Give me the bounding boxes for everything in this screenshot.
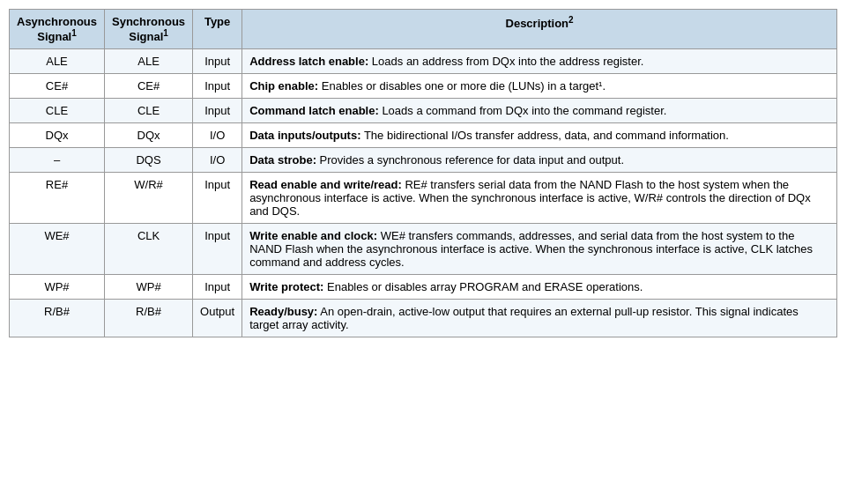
header-async-signal: AsynchronousSignal1 (10, 10, 105, 49)
table-row: DQxDQxI/OData inputs/outputs: The bidire… (10, 123, 837, 148)
cell-type: Input (193, 173, 242, 224)
desc-bold-term: Data strobe: (249, 153, 316, 167)
cell-description: Read enable and write/read: RE# transfer… (242, 173, 837, 224)
cell-description: Write protect: Enables or disables array… (242, 275, 837, 300)
table-row: R/B#R/B#OutputReady/busy: An open-drain,… (10, 300, 837, 337)
cell-sync-signal: W/R# (105, 173, 193, 224)
cell-description: Chip enable: Enables or disables one or … (242, 74, 837, 99)
cell-async-signal: ALE (10, 49, 105, 74)
cell-type: I/O (193, 123, 242, 148)
cell-async-signal: CE# (10, 74, 105, 99)
cell-type: Input (193, 99, 242, 123)
cell-description: Command latch enable: Loads a command fr… (242, 99, 837, 123)
cell-sync-signal: DQS (105, 148, 193, 173)
desc-rest-text: Loads an address from DQx into the addre… (368, 55, 643, 68)
desc-bold-term: Command latch enable: (249, 104, 379, 117)
cell-sync-signal: CLE (105, 99, 193, 123)
cell-async-signal: WP# (10, 275, 105, 300)
table-row: CLECLEInputCommand latch enable: Loads a… (10, 99, 837, 123)
cell-async-signal: – (10, 148, 105, 173)
table-row: ALEALEInputAddress latch enable: Loads a… (10, 49, 837, 74)
cell-sync-signal: ALE (105, 49, 193, 74)
desc-bold-term: Write protect: (249, 280, 323, 293)
cell-sync-signal: R/B# (105, 300, 193, 337)
header-type: Type (193, 10, 242, 49)
cell-description: Data strobe: Provides a synchronous refe… (242, 148, 837, 173)
desc-bold-term: Ready/busy: (249, 305, 317, 318)
cell-description: Ready/busy: An open-drain, active-low ou… (242, 300, 837, 337)
signal-table: AsynchronousSignal1 SynchronousSignal1 T… (9, 9, 837, 337)
header-description: Description2 (242, 10, 837, 49)
desc-rest-text: Provides a synchronous reference for dat… (316, 153, 624, 167)
cell-type: I/O (193, 148, 242, 173)
cell-description: Data inputs/outputs: The bidirectional I… (242, 123, 837, 148)
cell-async-signal: RE# (10, 173, 105, 224)
table-row: –DQSI/OData strobe: Provides a synchrono… (10, 148, 837, 173)
desc-bold-term: Data inputs/outputs: (249, 129, 360, 142)
cell-type: Input (193, 275, 242, 300)
desc-rest-text: Loads a command from DQx into the comman… (379, 104, 667, 117)
header-sync-signal: SynchronousSignal1 (105, 10, 193, 49)
cell-sync-signal: CLK (105, 224, 193, 275)
table-row: WP#WP#InputWrite protect: Enables or dis… (10, 275, 837, 300)
cell-sync-signal: CE# (105, 74, 193, 99)
cell-type: Input (193, 224, 242, 275)
cell-type: Output (193, 300, 242, 337)
desc-rest-text: Enables or disables array PROGRAM and ER… (323, 280, 643, 293)
cell-type: Input (193, 74, 242, 99)
cell-async-signal: WE# (10, 224, 105, 275)
desc-bold-term: Write enable and clock: (249, 229, 377, 242)
cell-async-signal: R/B# (10, 300, 105, 337)
desc-rest-text: The bidirectional I/Os transfer address,… (361, 129, 729, 142)
desc-bold-term: Read enable and write/read: (249, 178, 402, 191)
desc-bold-term: Address latch enable: (249, 55, 368, 68)
cell-async-signal: DQx (10, 123, 105, 148)
table-row: RE#W/R#InputRead enable and write/read: … (10, 173, 837, 224)
cell-async-signal: CLE (10, 99, 105, 123)
desc-bold-term: Chip enable: (249, 79, 318, 93)
table-row: WE#CLKInputWrite enable and clock: WE# t… (10, 224, 837, 275)
cell-sync-signal: DQx (105, 123, 193, 148)
cell-type: Input (193, 49, 242, 74)
desc-rest-text: An open-drain, active-low output that re… (249, 305, 799, 331)
desc-rest-text: Enables or disables one or more die (LUN… (318, 79, 606, 93)
cell-description: Address latch enable: Loads an address f… (242, 49, 837, 74)
cell-sync-signal: WP# (105, 275, 193, 300)
cell-description: Write enable and clock: WE# transfers co… (242, 224, 837, 275)
table-row: CE#CE#InputChip enable: Enables or disab… (10, 74, 837, 99)
